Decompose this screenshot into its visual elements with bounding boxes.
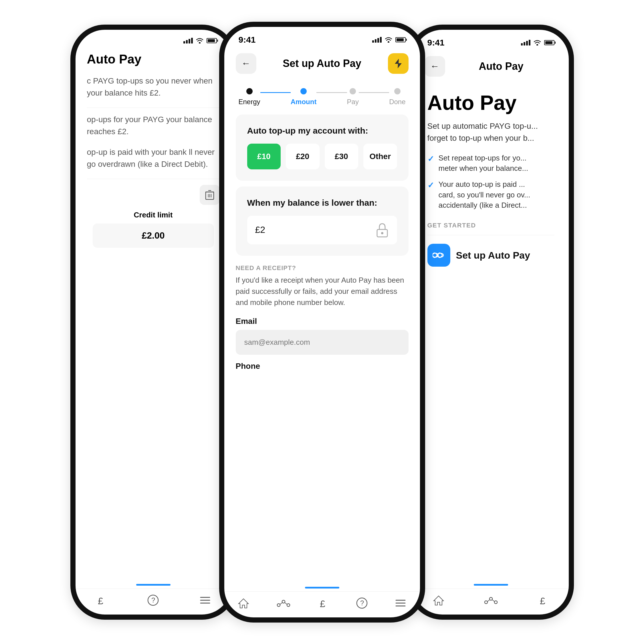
get-started-label: GET STARTED — [427, 222, 554, 229]
bottom-indicator-right — [474, 584, 508, 586]
phone-center: 9:41 ← Set up Auto Pay — [219, 22, 425, 623]
nav-help-center[interactable]: ? — [356, 597, 368, 609]
check-item-1: ✓ Set repeat top-ups for yo...meter when… — [427, 153, 554, 174]
left-desc1: c PAYG top-ups so you never when your ba… — [87, 75, 220, 99]
check-mark-2: ✓ — [427, 180, 434, 191]
svg-point-35 — [494, 601, 497, 604]
divider2 — [87, 179, 220, 179]
setup-autopay-button[interactable]: Set up Auto Pay — [427, 244, 554, 267]
svg-marker-17 — [239, 599, 248, 608]
check-item-2-text: Your auto top-up is paid ...card, so you… — [439, 179, 530, 210]
bottom-nav-right: £ — [413, 588, 569, 615]
time-right: 9:41 — [427, 38, 445, 47]
svg-text:?: ? — [151, 596, 155, 604]
setup-autopay-icon — [427, 244, 450, 267]
back-button-center[interactable]: ← — [236, 53, 256, 74]
signal-icon-left — [183, 38, 193, 43]
receipt-description: If you'd like a receipt when your Auto P… — [236, 275, 409, 308]
amount-30-btn[interactable]: £30 — [325, 144, 358, 169]
amount-other-btn[interactable]: Other — [363, 144, 397, 169]
bottom-nav-left: £ ? — [76, 588, 231, 615]
amount-10-btn[interactable]: £10 — [247, 144, 281, 169]
nav-home-center[interactable] — [238, 597, 249, 609]
nav-usage-right[interactable] — [484, 596, 498, 605]
credit-limit-value: £2.00 — [93, 223, 214, 248]
battery-icon-center — [395, 37, 406, 42]
home-icon-center — [238, 597, 249, 609]
svg-point-16 — [381, 232, 383, 234]
check-list: ✓ Set repeat top-ups for yo...meter when… — [427, 153, 554, 211]
wifi-icon-center — [385, 37, 393, 43]
help-icon-center: ? — [356, 597, 368, 609]
amount-20-btn[interactable]: £20 — [286, 144, 320, 169]
receipt-heading: NEED A RECEIPT? — [236, 264, 409, 272]
payments-icon-center: £ — [318, 597, 329, 609]
step-line-1 — [260, 92, 291, 93]
step-dot-energy — [246, 88, 253, 94]
home-icon-right — [433, 595, 444, 606]
lightning-button[interactable] — [388, 53, 409, 74]
step-dot-amount — [300, 88, 307, 94]
svg-marker-14 — [395, 59, 402, 68]
check-item-1-text: Set repeat top-ups for yo...meter when y… — [439, 153, 528, 174]
phone-left: Auto Pay c PAYG top-ups so you never whe… — [70, 25, 236, 620]
step-label-pay: Pay — [347, 98, 359, 106]
nav-home-right[interactable] — [433, 595, 444, 606]
phone-right: 9:41 ← Auto Pay Auto Pay Set up automati… — [408, 25, 574, 620]
nav-help-left[interactable]: ? — [147, 595, 159, 606]
time-center: 9:41 — [239, 35, 256, 45]
center-scroll: Auto top-up my account with: £10 £20 £30… — [224, 109, 420, 587]
step-label-amount: Amount — [291, 98, 317, 106]
svg-point-34 — [490, 597, 492, 600]
bottom-indicator-left — [136, 584, 171, 586]
step-label-done: Done — [389, 98, 405, 106]
bottom-indicator-center — [305, 587, 339, 588]
nav-usage-center[interactable] — [276, 599, 291, 607]
usage-icon-right — [484, 596, 498, 605]
battery-icon-right — [544, 40, 554, 45]
svg-marker-32 — [434, 596, 443, 605]
step-done: Done — [389, 88, 405, 106]
nav-payments-center[interactable]: £ — [318, 597, 329, 609]
menu-icon-left — [199, 595, 211, 605]
svg-text:£: £ — [98, 595, 103, 606]
svg-text:£: £ — [320, 598, 325, 609]
left-desc2: op-ups for your PAYG your balance reache… — [87, 114, 220, 138]
svg-point-18 — [277, 604, 280, 607]
nav-header-right: ← Auto Pay — [413, 50, 569, 82]
nav-menu-left[interactable] — [199, 595, 211, 605]
right-phone-content: Auto Pay Set up automatic PAYG top-u...f… — [413, 82, 569, 584]
nav-payments-left[interactable]: £ — [96, 595, 107, 606]
step-label-energy: Energy — [239, 98, 260, 106]
step-pay: Pay — [347, 88, 359, 106]
bottom-nav-center: £ ? — [224, 591, 420, 617]
back-button-right[interactable]: ← — [425, 56, 445, 77]
battery-icon-left — [207, 38, 217, 43]
usage-icon-center — [276, 599, 291, 607]
delete-button[interactable] — [200, 185, 220, 205]
svg-point-13 — [388, 41, 389, 43]
status-bar-right: 9:41 — [413, 30, 569, 50]
status-bar-left — [76, 30, 231, 46]
balance-card: When my balance is lower than: £2 — [236, 187, 409, 256]
amount-options: £10 £20 £30 Other — [247, 144, 397, 169]
delete-icon-box — [87, 185, 220, 205]
nav-title-right: Auto Pay — [445, 60, 557, 72]
svg-point-29 — [536, 44, 538, 45]
payments-icon-left: £ — [96, 595, 107, 606]
step-line-2 — [316, 92, 347, 93]
nav-payments-right[interactable]: £ — [538, 595, 549, 606]
svg-text:£: £ — [540, 595, 545, 606]
balance-card-title: When my balance is lower than: — [247, 198, 397, 208]
svg-point-0 — [199, 42, 201, 43]
check-mark-1: ✓ — [427, 153, 434, 165]
svg-line-21 — [280, 603, 282, 605]
step-line-3 — [359, 92, 389, 93]
svg-point-20 — [287, 604, 290, 607]
email-input[interactable] — [236, 330, 409, 355]
check-item-2: ✓ Your auto top-up is paid ...card, so y… — [427, 179, 554, 210]
signal-icon-center — [372, 37, 382, 43]
signal-icon-right — [521, 40, 530, 45]
help-icon-left: ? — [147, 595, 159, 606]
nav-menu-center[interactable] — [395, 598, 406, 608]
